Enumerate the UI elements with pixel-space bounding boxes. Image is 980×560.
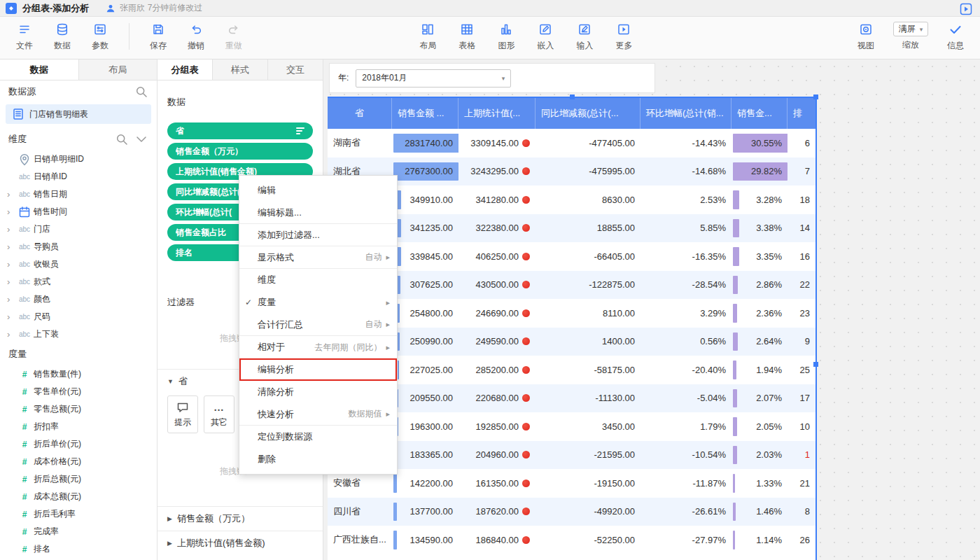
table-row[interactable]: 250990.00 249590.00 1400.00 0.56% 2.64% … [328, 328, 817, 356]
table-row[interactable]: 209550.00 220680.00 -11130.00 -5.04% 2.0… [328, 384, 817, 413]
share-cell[interactable]: 2.86% [732, 271, 788, 300]
measure-field[interactable]: # 零售总额(元) [0, 400, 157, 418]
rank-cell[interactable]: 8 [788, 498, 816, 526]
menu-item[interactable]: ✓ 添加到过滤器... ▸ [239, 224, 397, 246]
table-button[interactable]: 表格 [449, 22, 484, 52]
more-button[interactable]: 更多 [606, 22, 641, 52]
menu-item[interactable]: ✓ 合计行汇总 自动 ▸ [239, 314, 397, 336]
sales-cell[interactable]: 137700.00 [392, 498, 458, 526]
rank-cell[interactable]: 7 [788, 158, 816, 186]
sales-cell[interactable]: 183365.00 [392, 441, 458, 470]
mom-growth-cell[interactable]: 3.29% [640, 299, 732, 328]
selection-handle[interactable] [813, 362, 818, 367]
prev-period-cell[interactable]: 204960.00 [458, 441, 536, 470]
table-row[interactable]: 安徽省 142200.00 161350.00 -19150.00 -11.87… [328, 469, 817, 498]
redo-button[interactable]: 重做 [216, 22, 251, 52]
sales-cell[interactable]: 339845.00 [392, 242, 458, 271]
column-header[interactable]: 销售金额 ... [392, 98, 458, 129]
share-cell[interactable]: 3.38% [732, 214, 788, 243]
embed-button[interactable]: 嵌入 [528, 22, 563, 52]
dimension-field[interactable]: › abc 导购员 [0, 238, 157, 255]
share-cell[interactable]: 3.35% [732, 242, 788, 271]
mom-growth-cell[interactable]: 1.79% [640, 412, 732, 441]
expand-chevron-icon[interactable]: › [7, 312, 15, 322]
dimension-field[interactable]: › abc 款式 [0, 273, 157, 290]
mom-growth-cell[interactable]: -11.87% [640, 469, 732, 498]
prev-period-cell[interactable]: 322380.00 [458, 214, 536, 243]
expand-chevron-icon[interactable]: › [7, 206, 15, 217]
sales-cell[interactable]: 341235.00 [392, 214, 458, 243]
search-icon[interactable] [115, 132, 129, 146]
yoy-diff-cell[interactable]: -122875.00 [536, 271, 640, 300]
yoy-diff-cell[interactable]: 1400.00 [536, 328, 640, 356]
info-button[interactable]: 信息 [938, 22, 973, 52]
dimension-field[interactable]: › abc 上下装 [0, 326, 157, 343]
sales-cell[interactable]: 250990.00 [392, 328, 458, 356]
share-cell[interactable]: 1.46% [732, 498, 788, 526]
measure-field[interactable]: # 零售单价(元) [0, 383, 157, 400]
menu-item[interactable]: ✓ 编辑分析 ▸ [239, 358, 397, 381]
prev-period-cell[interactable]: 192850.00 [458, 412, 536, 441]
measure-field[interactable]: # 折后总额(元) [0, 470, 157, 488]
prev-period-cell[interactable]: 161350.00 [458, 469, 536, 498]
mom-growth-cell[interactable]: 2.53% [640, 186, 732, 214]
grouped-table-widget[interactable]: 省销售金额 ...上期统计值(...同比增减额(总计(...环比增幅(总计(销.… [328, 98, 817, 560]
rank-cell[interactable]: 18 [788, 186, 816, 214]
share-cell[interactable]: 2.05% [732, 412, 788, 441]
expand-chevron-icon[interactable]: › [7, 189, 15, 200]
yoy-diff-cell[interactable]: 18855.00 [536, 214, 640, 243]
yoy-diff-cell[interactable]: 3450.00 [536, 412, 640, 441]
prev-period-cell[interactable]: 187620.00 [458, 498, 536, 526]
rank-cell[interactable]: 10 [788, 412, 816, 441]
search-icon[interactable] [134, 85, 148, 99]
menu-item[interactable]: ✓ 相对于 去年同期（同比） ▸ [239, 336, 397, 358]
mom-growth-cell[interactable]: -14.68% [640, 158, 732, 186]
mom-growth-cell[interactable]: -5.04% [640, 384, 732, 413]
province-cell[interactable]: 广西壮族自... [328, 526, 392, 554]
share-cell[interactable]: 2.03% [732, 441, 788, 470]
column-header[interactable]: 环比增幅(总计(销... [640, 98, 732, 129]
rank-cell[interactable]: 25 [788, 356, 816, 384]
mom-growth-cell[interactable]: -26.61% [640, 498, 732, 526]
rank-cell[interactable]: 23 [788, 299, 816, 328]
sales-cell[interactable]: 134590.00 [392, 526, 458, 554]
layout-button[interactable]: 布局 [410, 22, 445, 52]
collapsed-section[interactable]: ▶ 销售金额（万元） [158, 506, 323, 531]
chart-button[interactable]: 图形 [489, 22, 524, 52]
sales-cell[interactable]: 209550.00 [392, 384, 458, 413]
table-row[interactable]: 183365.00 204960.00 -21595.00 -10.54% 2.… [328, 441, 817, 470]
rank-cell[interactable]: 9 [788, 328, 816, 356]
table-row[interactable]: 341235.00 322380.00 18855.00 5.85% 3.38%… [328, 214, 817, 243]
sales-cell[interactable]: 307625.00 [392, 271, 458, 300]
yoy-diff-cell[interactable]: -66405.00 [536, 242, 640, 271]
rank-cell[interactable]: 26 [788, 526, 816, 554]
menu-item[interactable]: ✓ 编辑标题... ▸ [239, 202, 397, 224]
prev-period-cell[interactable]: 430500.00 [458, 271, 536, 300]
table-row[interactable]: 广西壮族自... 134590.00 186840.00 -52250.00 -… [328, 526, 817, 554]
collapsed-section[interactable]: ▶ 上期统计值(销售金额) [158, 531, 323, 555]
yoy-diff-cell[interactable]: -21595.00 [536, 441, 640, 470]
yoy-diff-cell[interactable]: -58175.00 [536, 356, 640, 384]
table-row[interactable]: 227025.00 285200.00 -58175.00 -20.40% 1.… [328, 356, 817, 384]
table-row[interactable]: 254800.00 246690.00 8110.00 3.29% 2.36% … [328, 299, 817, 328]
data-button[interactable]: 数据 [45, 22, 80, 52]
rank-cell[interactable]: 21 [788, 469, 816, 498]
table-row[interactable]: 196300.00 192850.00 3450.00 1.79% 2.05% … [328, 412, 817, 441]
mom-growth-cell[interactable]: -27.97% [640, 526, 732, 554]
input-button[interactable]: 输入 [567, 22, 602, 52]
tab-grouped-table[interactable]: 分组表 [158, 59, 213, 80]
dimension-field[interactable]: › abc 尺码 [0, 308, 157, 326]
menu-item[interactable]: ✓ 快速分析 数据期值 ▸ [239, 403, 397, 426]
rank-cell[interactable]: 14 [788, 214, 816, 243]
measure-field[interactable]: # 折扣率 [0, 418, 157, 435]
yoy-diff-cell[interactable]: -52250.00 [536, 526, 640, 554]
menu-item[interactable]: ✓ 度量 ▸ [239, 291, 397, 314]
share-cell[interactable]: 1.33% [732, 469, 788, 498]
rank-cell[interactable]: 6 [788, 129, 816, 158]
sales-cell[interactable]: 2831740.00 [392, 129, 458, 158]
expand-chevron-icon[interactable]: › [7, 224, 15, 234]
menu-item[interactable]: ✓ 编辑 ▸ [239, 179, 397, 202]
yoy-diff-cell[interactable]: -19150.00 [536, 469, 640, 498]
share-cell[interactable]: 30.55% [732, 129, 788, 158]
view-button[interactable]: 视图 [848, 22, 883, 52]
